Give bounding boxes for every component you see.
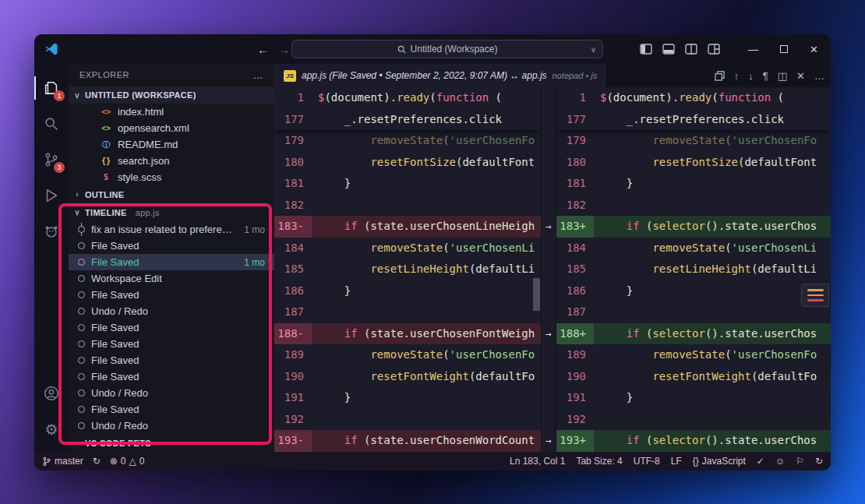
timeline-item[interactable]: File Saved1 mo (69, 254, 274, 270)
code-line[interactable] (312, 195, 541, 217)
code-line[interactable]: if (selector().state.userChos (594, 216, 831, 238)
code-line[interactable]: if (state.userChosenFontWeigh (312, 323, 541, 345)
source-control-icon[interactable]: 3 (34, 143, 69, 176)
code-line[interactable] (312, 409, 541, 431)
branch-indicator[interactable]: master (42, 456, 83, 467)
minimize-button[interactable]: — (748, 44, 758, 55)
revert-change-arrow-icon[interactable]: → (542, 430, 556, 452)
code-line[interactable]: } (594, 387, 831, 409)
file-item-index.html[interactable]: <>index.html (69, 104, 274, 120)
cursor-position[interactable]: Ln 183, Col 1 (510, 456, 565, 467)
code-line[interactable]: } (312, 280, 541, 302)
code-line[interactable]: removeState('userChosenLi (594, 238, 831, 259)
settings-gear-icon[interactable]: ⚙ (34, 413, 69, 446)
remote-flag-icon[interactable]: ⚐ (796, 456, 804, 467)
previous-change-icon[interactable]: ↑ (734, 70, 740, 82)
code-line[interactable]: removeState('userChosenFo (594, 130, 831, 152)
timeline-item[interactable]: File Saved (69, 401, 274, 418)
explorer-icon[interactable]: 1 (34, 72, 69, 104)
code-line[interactable]: if (selector().state.userChos (594, 323, 831, 345)
timeline-item[interactable]: Undo / Redo (69, 385, 274, 401)
code-line[interactable]: removeState('userChosenFo (312, 130, 541, 152)
timeline-item[interactable]: Undo / Redo (69, 418, 274, 434)
revert-change-arrow-icon[interactable]: → (542, 216, 556, 238)
code-line[interactable] (594, 409, 831, 431)
more-actions-icon[interactable]: … (814, 70, 824, 82)
next-change-icon[interactable]: ↓ (748, 70, 754, 82)
code-line[interactable]: if (state.userChosenWordCount (312, 430, 541, 452)
toggle-sidebar-icon[interactable] (640, 44, 652, 55)
code-line[interactable]: } (594, 280, 831, 302)
code-line[interactable]: $(document).ready(function ( (312, 87, 541, 109)
nav-back-icon[interactable]: ← (257, 43, 269, 56)
encoding-indicator[interactable]: UTF-8 (634, 456, 660, 467)
overview-ruler-widget[interactable] (801, 284, 829, 307)
account-icon[interactable] (34, 377, 69, 410)
code-line[interactable]: removeState('userChosenLi (312, 238, 541, 259)
search-view-icon[interactable] (34, 107, 69, 140)
file-item-style.scss[interactable]: Sstyle.scss (69, 169, 274, 185)
code-line[interactable]: resetFontWeight(defaultFo (312, 366, 541, 388)
timeline-item[interactable]: Undo / Redo (69, 303, 274, 319)
circle-icon (78, 389, 85, 397)
tab-appjs-diff[interactable]: JS app.js (File Saved • September 2, 202… (274, 64, 607, 87)
nav-forward-icon[interactable]: → (278, 43, 290, 56)
customize-layout-icon[interactable] (708, 44, 720, 55)
code-line[interactable]: resetFontSize(defaultFont (594, 152, 831, 174)
code-line[interactable] (594, 301, 831, 323)
code-line[interactable]: } (312, 173, 541, 195)
run-debug-icon[interactable] (34, 179, 69, 212)
timeline-item[interactable]: File Saved (69, 287, 274, 303)
notifications-icon[interactable]: ↻ (815, 456, 823, 467)
code-line[interactable]: if (state.userChosenLineHeigh (312, 216, 541, 238)
code-line[interactable] (312, 301, 541, 323)
timeline-item[interactable]: Workspace Edit (69, 270, 274, 287)
code-line[interactable]: removeState('userChosenFo (312, 344, 541, 366)
timeline-item[interactable]: File Saved (69, 238, 274, 254)
split-editor-icon[interactable]: ◫ (778, 70, 787, 82)
toggle-panel-icon[interactable] (662, 44, 675, 55)
scrollbar-thumb[interactable] (533, 278, 540, 311)
code-line[interactable]: $(document).ready(function ( (594, 87, 831, 109)
prettier-check-icon[interactable]: ✓ (757, 456, 764, 467)
copy-icon[interactable] (715, 71, 725, 81)
split-editor-icon[interactable] (685, 44, 697, 55)
timeline-item[interactable]: File Saved (69, 319, 274, 336)
language-indicator[interactable]: {} JavaScript (693, 456, 746, 467)
feedback-smiley-icon[interactable]: ☺ (775, 456, 785, 467)
code-line[interactable]: resetFontWeight(defaultFo (594, 366, 831, 388)
code-line[interactable]: resetLineHeight(defaultLi (594, 259, 831, 280)
file-item-search.json[interactable]: {}search.json (69, 153, 274, 169)
code-line[interactable]: } (594, 173, 831, 195)
timeline-item[interactable]: File Saved (69, 352, 274, 368)
more-actions-icon[interactable]: … (253, 69, 264, 81)
timeline-item[interactable]: fix an issue related to prefere…1 mo (69, 221, 274, 238)
code-line[interactable]: if (selector().state.userChos (594, 430, 831, 452)
command-center-search[interactable]: Untitled (Workspace) ∨ (291, 40, 603, 58)
revert-change-arrow-icon[interactable]: → (542, 323, 556, 345)
pets-icon[interactable] (34, 215, 69, 248)
code-line[interactable]: } (312, 387, 541, 409)
workspace-section-header[interactable]: ∨ UNTITLED (WORKSPACE) (69, 86, 274, 104)
outline-section-header[interactable]: › OUTLINE (69, 185, 274, 203)
close-editor-icon[interactable]: ✕ (796, 70, 805, 82)
sync-icon[interactable]: ↻ (93, 456, 101, 467)
code-line[interactable]: _.resetPreferences.click (312, 109, 541, 131)
tab-size-indicator[interactable]: Tab Size: 4 (576, 456, 622, 467)
timeline-section-header[interactable]: ∨ TIMELINE app.js (69, 203, 274, 221)
file-item-opensearch.xml[interactable]: <>opensearch.xml (69, 120, 274, 136)
timeline-item[interactable]: File Saved (69, 368, 274, 385)
code-line[interactable]: resetLineHeight(defaultLi (312, 259, 541, 280)
problems-indicator[interactable]: ⊗ 0 △ 0 (110, 456, 145, 467)
code-line[interactable]: resetFontSize(defaultFont (312, 152, 541, 174)
eol-indicator[interactable]: LF (671, 456, 682, 467)
whitespace-toggle-icon[interactable]: ¶ (763, 70, 768, 82)
close-button[interactable]: ✕ (810, 44, 818, 55)
code-line[interactable]: removeState('userChosenFo (594, 344, 831, 366)
code-line[interactable]: _.resetPreferences.click (594, 109, 831, 131)
maximize-button[interactable] (780, 45, 788, 53)
code-line[interactable] (594, 195, 831, 217)
timeline-item[interactable]: File Saved (69, 336, 274, 352)
file-item-README.md[interactable]: ⓘREADME.md (69, 136, 274, 153)
pets-section-header[interactable]: › VS CODE PETS (69, 434, 274, 452)
